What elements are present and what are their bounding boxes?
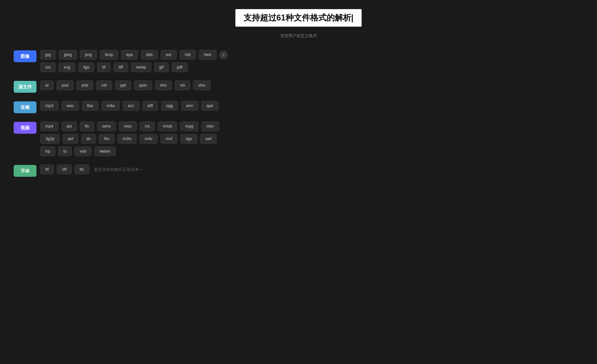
format-tag-mov[interactable]: mov (119, 121, 137, 131)
format-tag-ico[interactable]: ico (40, 62, 56, 72)
format-tag-tiff[interactable]: tiff (113, 62, 128, 72)
format-tag-cdr[interactable]: cdr (96, 80, 112, 90)
format-tag-otf[interactable]: otf (57, 164, 72, 174)
format-tag-xlsx[interactable]: xlsx (193, 80, 211, 90)
format-tag-avi[interactable]: avi (61, 121, 77, 131)
format-tag-eps[interactable]: eps (121, 50, 138, 60)
format-tag-tif[interactable]: tif (97, 62, 111, 72)
format-tag-ppt[interactable]: ppt (115, 80, 131, 90)
page-header: 支持超过61种文件格式的解析| 支持用户自定义格式 (14, 9, 583, 39)
format-tag-swf[interactable]: swf (200, 134, 217, 144)
format-tag-ai[interactable]: ai (40, 80, 54, 90)
format-tag-mxf[interactable]: mxf (160, 134, 178, 144)
category-label-source: 源文件 (14, 81, 36, 93)
category-label-font: 字体 (14, 165, 36, 177)
format-tag-jpeg[interactable]: jpeg (59, 50, 77, 60)
format-tag-wmv[interactable]: wmv (97, 121, 116, 131)
format-tag-mp4[interactable]: mp4 (40, 121, 59, 131)
format-tag-png[interactable]: png (80, 50, 97, 60)
scroll-right-indicator[interactable] (220, 51, 228, 59)
format-tag-pptx[interactable]: pptx (134, 80, 152, 90)
format-tag-xls[interactable]: xls (175, 80, 190, 90)
format-tag-ogg[interactable]: ogg (161, 101, 178, 111)
format-tag-doc[interactable]: doc (155, 80, 172, 90)
format-tag-f4v[interactable]: f4v (99, 134, 115, 144)
format-tag-tga[interactable]: tga (78, 62, 94, 72)
category-label-image: 图像 (14, 50, 36, 62)
format-tag-rm[interactable]: rm (140, 121, 155, 131)
format-tag-ttf[interactable]: ttf (40, 164, 54, 174)
format-tag-aiff[interactable]: aiff (142, 101, 158, 111)
format-tag-mkv[interactable]: mkv (201, 121, 219, 131)
format-tag-rmvb[interactable]: rmvb (158, 121, 177, 131)
category-label-video: 视频 (14, 122, 36, 134)
format-tag-flv[interactable]: flv (80, 121, 94, 131)
format-tag-amr[interactable]: amr (181, 101, 198, 111)
format-tag-mpg[interactable]: mpg (180, 121, 198, 131)
format-tag-m4v[interactable]: m4v (140, 134, 158, 144)
svg-point-0 (222, 53, 226, 57)
format-tag-ogv[interactable]: ogv (180, 134, 197, 144)
page-subtitle: 支持用户自定义格式 (14, 33, 583, 39)
format-tag-wav[interactable]: wav (61, 101, 79, 111)
category-row-video: 视频mp4aviflvwmvmovrmrmvbmpgmkv3g2pasfdvf4… (14, 121, 583, 156)
format-tag-vob[interactable]: vob (75, 147, 92, 156)
format-tag-psb[interactable]: psb (76, 80, 94, 90)
format-tag-bmp[interactable]: bmp (100, 50, 118, 60)
format-tag-mp3[interactable]: mp3 (40, 101, 59, 111)
format-tag-trp[interactable]: trp (40, 147, 55, 156)
page-title: 支持超过61种文件格式的解析| (235, 9, 362, 27)
category-row-font: 字体ttfotfttc更多支持的格式正在赶来～ (14, 164, 583, 177)
format-tag-jpg[interactable]: jpg (40, 50, 56, 60)
category-label-audio: 音频 (14, 101, 36, 113)
format-tag-flac[interactable]: flac (82, 101, 99, 111)
categories-container: 图像jpgjpegpngbmpepsddsexrhdrheicicosvgtga… (14, 50, 583, 177)
format-tag-webm[interactable]: webm (94, 147, 116, 156)
category-row-source: 源文件aipsdpsbcdrpptpptxdocxlsxlsx (14, 80, 583, 93)
format-tag-3g2p[interactable]: 3g2p (40, 134, 60, 144)
format-tag-svg[interactable]: svg (59, 62, 75, 72)
category-row-audio: 音频mp3wavflacm4aaccaiffoggamrape (14, 101, 583, 113)
format-tag-acc[interactable]: acc (123, 101, 140, 111)
format-tag-asf[interactable]: asf (63, 134, 79, 144)
category-row-image: 图像jpgjpegpngbmpepsddsexrhdrheicicosvgtga… (14, 50, 583, 72)
format-tag-pdf[interactable]: pdf (172, 62, 188, 72)
format-tag-heic[interactable]: heic (199, 50, 217, 60)
format-tag-ape[interactable]: ape (201, 101, 219, 111)
format-tag-m4a[interactable]: m4a (102, 101, 120, 111)
format-tag-ttc[interactable]: ttc (75, 164, 89, 174)
format-tag-psd[interactable]: psd (56, 80, 74, 90)
format-tag-ts[interactable]: ts (58, 147, 72, 156)
format-tag-gif[interactable]: gif (154, 62, 169, 72)
format-tag-webp[interactable]: webp (131, 62, 151, 72)
format-tag-dds[interactable]: dds (141, 50, 158, 60)
more-formats-text: 更多支持的格式正在赶来～ (94, 167, 143, 172)
format-tag-hdr[interactable]: hdr (180, 50, 196, 60)
format-tag-dv[interactable]: dv (81, 134, 96, 144)
format-tag-m2ts[interactable]: m2ts (117, 134, 137, 144)
format-tag-exr[interactable]: exr (161, 50, 177, 60)
